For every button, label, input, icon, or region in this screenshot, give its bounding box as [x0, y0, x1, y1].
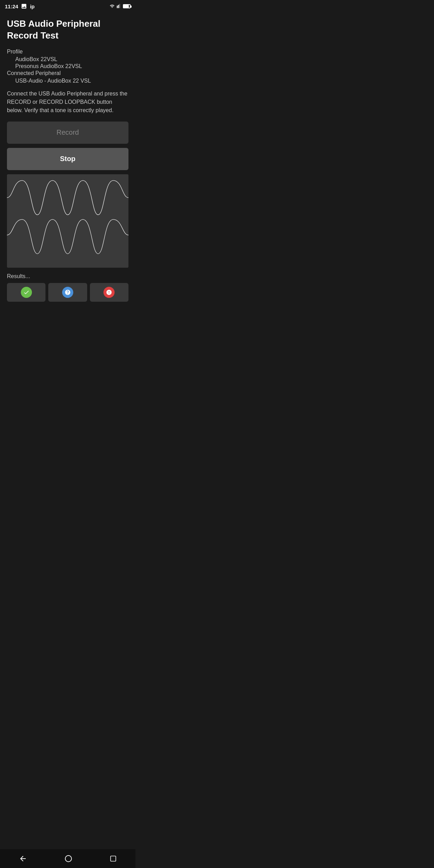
profile-name: AudioBox 22VSL: [7, 56, 128, 62]
main-content: USB Audio Peripheral Record Test Profile…: [0, 12, 135, 307]
status-left: 11:24 ip: [5, 3, 35, 9]
profile-label: Profile: [7, 49, 128, 55]
results-label: Results...: [7, 273, 128, 279]
result-error-button[interactable]: [90, 283, 128, 302]
signal-icon: [117, 4, 122, 9]
success-icon: [21, 287, 32, 298]
status-icons: [109, 4, 131, 9]
help-icon: [62, 287, 73, 298]
waveform-display: [7, 174, 128, 268]
stop-button[interactable]: Stop: [7, 148, 128, 170]
profile-full: Presonus AudioBox 22VSL: [7, 63, 128, 69]
profile-section: Profile AudioBox 22VSL Presonus AudioBox…: [7, 49, 128, 84]
status-bar: 11:24 ip: [0, 0, 135, 12]
wifi-icon: [109, 4, 115, 9]
time-display: 11:24: [5, 3, 18, 9]
error-icon: [103, 287, 115, 298]
connected-value: USB-Audio - AudioBox 22 VSL: [7, 78, 128, 84]
results-buttons: [7, 283, 128, 302]
photo-icon: [21, 3, 27, 9]
ip-label: ip: [30, 3, 34, 9]
record-button[interactable]: Record: [7, 122, 128, 144]
result-help-button[interactable]: [48, 283, 87, 302]
instruction-text: Connect the USB Audio Peripheral and pre…: [7, 90, 128, 115]
battery-icon: [123, 4, 131, 8]
result-success-button[interactable]: [7, 283, 45, 302]
connected-label: Connected Peripheral: [7, 70, 128, 76]
page-title: USB Audio Peripheral Record Test: [7, 18, 128, 42]
